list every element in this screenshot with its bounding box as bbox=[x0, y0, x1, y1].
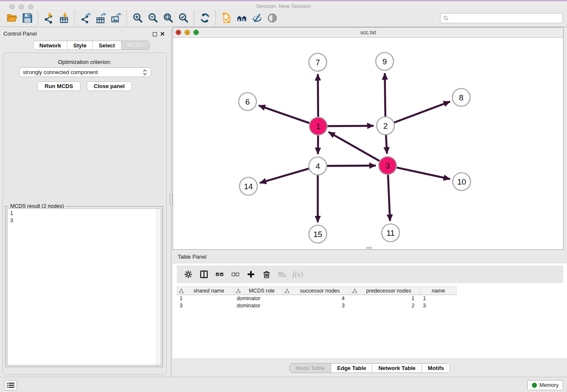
memory-button[interactable]: Memory bbox=[527, 380, 563, 390]
search-input[interactable] bbox=[440, 13, 563, 23]
edge-2-3[interactable] bbox=[386, 135, 387, 154]
open-file-button[interactable] bbox=[4, 11, 19, 25]
cell-successor-nodes[interactable]: 3 bbox=[283, 302, 351, 309]
graph-node-7[interactable]: 7 bbox=[309, 53, 327, 71]
tab-node-table[interactable]: Node Table bbox=[290, 364, 331, 373]
tab-network[interactable]: Network bbox=[33, 41, 67, 50]
column-header-name[interactable]: name bbox=[421, 287, 457, 295]
edge-3-1[interactable] bbox=[328, 132, 380, 161]
column-header-successor-nodes[interactable]: successor nodes bbox=[283, 287, 351, 295]
graph-node-11[interactable]: 11 bbox=[382, 224, 399, 242]
graph-node-3[interactable]: 3 bbox=[379, 157, 396, 174]
new-network-from-file-button[interactable] bbox=[219, 11, 234, 25]
hide-selected-icon bbox=[251, 12, 263, 24]
canvas-hscroll-thumb[interactable] bbox=[366, 247, 372, 249]
network-window-titlebar[interactable]: ✕ − + scc.txt bbox=[173, 28, 563, 38]
tab-select[interactable]: Select bbox=[93, 41, 121, 50]
save-session-button[interactable] bbox=[19, 11, 35, 25]
search-container bbox=[440, 13, 563, 23]
import-network-button[interactable] bbox=[41, 11, 56, 25]
edge-3-11[interactable] bbox=[388, 175, 390, 221]
cell-shared-name[interactable]: 3 bbox=[177, 302, 234, 309]
tab-mcds[interactable]: MCDS bbox=[121, 41, 149, 50]
import-table-button[interactable] bbox=[56, 11, 72, 25]
close-panel-button[interactable]: Close panel bbox=[87, 81, 132, 91]
select-all-rows-button[interactable] bbox=[212, 267, 227, 282]
open-file-icon bbox=[6, 12, 18, 24]
network-canvas[interactable]: 7968124314101511 bbox=[173, 38, 563, 249]
edge-3-10[interactable] bbox=[396, 168, 450, 179]
column-header-predecessor-nodes[interactable]: predecessor nodes bbox=[351, 287, 421, 295]
edge-2-9[interactable] bbox=[385, 73, 385, 116]
graph-node-1[interactable]: 1 bbox=[309, 117, 327, 135]
tab-motifs[interactable]: Motifs bbox=[422, 364, 450, 373]
refresh-layout-button[interactable] bbox=[197, 11, 212, 25]
edge-1-2[interactable] bbox=[328, 126, 374, 126]
refresh-layout-icon bbox=[199, 12, 211, 24]
cell-predecessor-nodes[interactable]: 1 bbox=[351, 295, 421, 302]
table-row[interactable]: 3dominator323 bbox=[177, 302, 457, 309]
cell-MCDS-role[interactable]: dominator bbox=[234, 295, 283, 302]
graph-node-14[interactable]: 14 bbox=[239, 177, 257, 195]
add-row-button[interactable] bbox=[243, 267, 259, 282]
zoom-fit-button[interactable] bbox=[160, 11, 176, 25]
float-panel-icon[interactable] bbox=[153, 32, 157, 36]
edge-4-14[interactable] bbox=[260, 168, 309, 183]
graph-node-15[interactable]: 15 bbox=[309, 225, 327, 243]
graph-node-4[interactable]: 4 bbox=[309, 157, 327, 175]
edge-1-6[interactable] bbox=[259, 105, 309, 123]
column-header-MCDS-role[interactable]: MCDS role bbox=[234, 287, 283, 295]
hide-selected-button[interactable] bbox=[249, 11, 264, 25]
criterion-dropdown[interactable]: strongly connected component bbox=[19, 67, 151, 77]
task-history-button[interactable] bbox=[4, 380, 17, 390]
tab-style[interactable]: Style bbox=[67, 41, 93, 50]
zoom-out-button[interactable] bbox=[145, 11, 160, 25]
import-table-icon bbox=[58, 12, 70, 24]
cell-name[interactable]: 1 bbox=[421, 295, 457, 302]
vertical-splitter[interactable] bbox=[169, 29, 173, 377]
close-panel-icon[interactable]: ✕ bbox=[160, 30, 165, 37]
cell-predecessor-nodes[interactable]: 2 bbox=[351, 302, 421, 309]
zoom-selected-button[interactable] bbox=[176, 11, 191, 25]
column-header-shared-name[interactable]: shared name bbox=[177, 287, 234, 295]
splitter-grip[interactable] bbox=[169, 194, 173, 205]
function-builder-button[interactable]: f(x) bbox=[290, 267, 306, 282]
cell-MCDS-role[interactable]: dominator bbox=[234, 302, 283, 309]
table-settings-button[interactable] bbox=[180, 267, 196, 282]
graph-node-8[interactable]: 8 bbox=[452, 88, 470, 106]
show-columns-button[interactable] bbox=[196, 267, 212, 282]
tab-network-table[interactable]: Network Table bbox=[372, 364, 422, 373]
cell-name[interactable]: 3 bbox=[421, 302, 457, 309]
graph-node-6[interactable]: 6 bbox=[239, 93, 256, 110]
export-network-button[interactable] bbox=[78, 11, 93, 25]
list-icon bbox=[7, 382, 14, 388]
graph-node-9[interactable]: 9 bbox=[376, 52, 394, 70]
graph-node-2[interactable]: 2 bbox=[377, 117, 394, 135]
tab-edge-table[interactable]: Edge Table bbox=[331, 364, 372, 373]
cell-successor-nodes[interactable]: 4 bbox=[283, 295, 351, 302]
delete-row-button[interactable] bbox=[259, 267, 274, 282]
mcds-result-text[interactable]: 1 3 bbox=[7, 208, 161, 365]
toolbar-separator bbox=[194, 11, 194, 26]
result-scrollbar[interactable] bbox=[156, 209, 161, 365]
edge-2-8[interactable] bbox=[394, 102, 450, 122]
edge-4-3[interactable] bbox=[327, 166, 376, 166]
edge-1-7[interactable] bbox=[318, 74, 318, 117]
optimization-criterion-label: Optimization criterion: bbox=[3, 59, 166, 65]
attribute-tree-icon bbox=[352, 289, 357, 293]
show-all-button[interactable] bbox=[264, 11, 280, 25]
run-mcds-button[interactable]: Run MCDS bbox=[37, 81, 80, 91]
cell-shared-name[interactable]: 1 bbox=[177, 295, 234, 302]
export-image-button[interactable] bbox=[108, 11, 124, 25]
delete-table-button[interactable] bbox=[274, 267, 290, 282]
svg-text:15: 15 bbox=[313, 230, 322, 239]
graph-node-10[interactable]: 10 bbox=[453, 173, 471, 190]
export-table-button[interactable] bbox=[93, 11, 108, 25]
search-icon bbox=[443, 15, 449, 21]
home-layout-button[interactable] bbox=[234, 11, 249, 25]
deselect-all-rows-button[interactable] bbox=[227, 267, 243, 282]
table-row[interactable]: 1dominator411 bbox=[177, 295, 457, 302]
node-table[interactable]: shared nameMCDS rolesuccessor nodesprede… bbox=[177, 287, 457, 309]
zoom-in-button[interactable] bbox=[130, 11, 145, 25]
svg-text:14: 14 bbox=[244, 182, 253, 191]
